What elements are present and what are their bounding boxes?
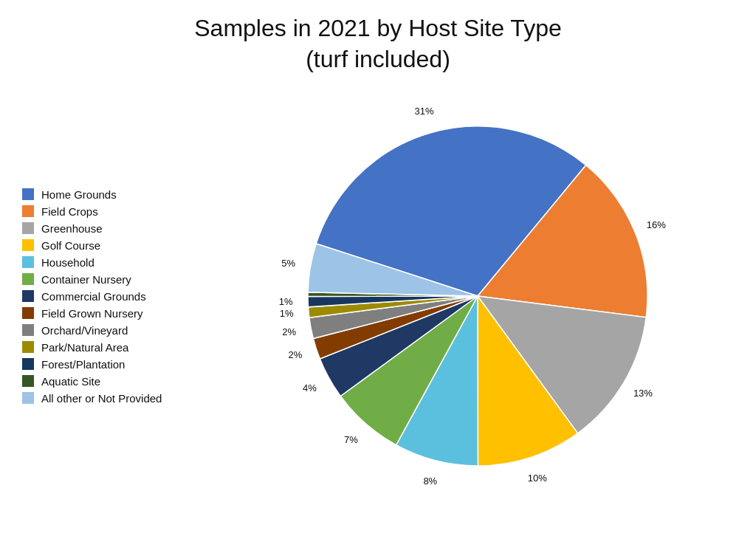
legend-label: Aquatic Site [41, 375, 100, 388]
pie-label: 7% [344, 434, 358, 445]
legend-label: Orchard/Vineyard [41, 324, 128, 337]
pie-label: 10% [528, 473, 547, 484]
legend-label: Household [41, 256, 94, 269]
legend-label: Field Crops [41, 205, 98, 218]
legend-label: Commercial Grounds [41, 290, 146, 303]
legend-label: Home Grounds [41, 188, 117, 201]
legend-swatch [22, 307, 34, 319]
pie-label: 5% [281, 258, 295, 269]
legend-swatch [22, 324, 34, 336]
legend-item: Household [22, 256, 199, 269]
legend-item: All other or Not Provided [22, 392, 199, 405]
legend-item: Field Crops [22, 205, 199, 218]
pie-label: 31% [414, 106, 433, 117]
legend-swatch [22, 392, 34, 404]
legend-swatch [22, 341, 34, 353]
legend-item: Home Grounds [22, 188, 199, 201]
chart-title: Samples in 2021 by Host Site Type (turf … [0, 0, 756, 75]
legend-label: Container Nursery [41, 273, 131, 286]
pie-label: 2% [282, 326, 296, 337]
legend-item: Golf Course [22, 239, 199, 252]
legend-item: Greenhouse [22, 222, 199, 235]
legend-item: Orchard/Vineyard [22, 324, 199, 337]
pie-chart-container: 31%16%13%10%8%7%4%2%2%1%1%5% [199, 104, 756, 488]
legend-swatch [22, 256, 34, 268]
legend-item: Park/Natural Area [22, 341, 199, 354]
pie-label: 4% [303, 382, 317, 394]
pie-label: 16% [647, 219, 666, 230]
legend-swatch [22, 290, 34, 302]
pie-label: 13% [633, 388, 653, 399]
chart-legend: Home Grounds Field Crops Greenhouse Golf… [0, 188, 199, 405]
legend-item: Forest/Plantation [22, 358, 199, 371]
page-container: Samples in 2021 by Host Site Type (turf … [0, 0, 756, 553]
legend-item: Commercial Grounds [22, 290, 199, 303]
legend-label: Golf Course [41, 239, 100, 252]
legend-swatch [22, 188, 34, 200]
pie-chart: 31%16%13%10%8%7%4%2%2%1%1%5% [286, 104, 670, 488]
legend-item: Aquatic Site [22, 375, 199, 388]
legend-label: All other or Not Provided [41, 392, 162, 405]
legend-label: Greenhouse [41, 222, 103, 235]
legend-item: Container Nursery [22, 273, 199, 286]
legend-swatch [22, 205, 34, 217]
legend-item: Field Grown Nursery [22, 307, 199, 320]
pie-label: 2% [288, 349, 302, 360]
legend-swatch [22, 358, 34, 370]
legend-label: Field Grown Nursery [41, 307, 143, 320]
pie-label: 1% [280, 309, 294, 320]
pie-label: 8% [423, 476, 437, 487]
legend-swatch [22, 273, 34, 285]
pie-label: 1% [279, 296, 293, 307]
legend-label: Park/Natural Area [41, 341, 128, 354]
legend-label: Forest/Plantation [41, 358, 125, 371]
legend-swatch [22, 239, 34, 251]
legend-swatch [22, 222, 34, 234]
legend-swatch [22, 375, 34, 387]
